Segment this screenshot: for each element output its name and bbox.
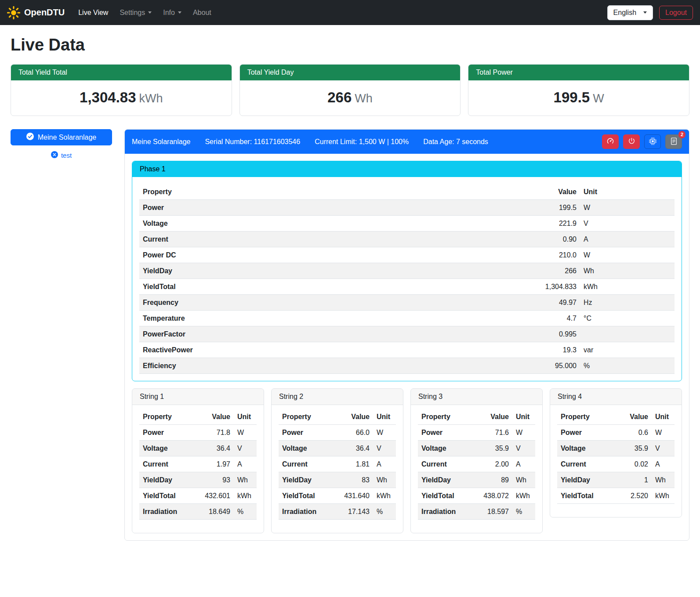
power-icon [628, 137, 635, 146]
table-row: Voltage 36.4 V [279, 441, 396, 456]
table-row: Current 1.81 A [279, 456, 396, 472]
table-row: Power 71.8 W [139, 425, 257, 441]
language-select[interactable]: English [607, 5, 653, 20]
string-body: Property Value Unit Power [411, 405, 542, 533]
table-row: Power 66.0 W [279, 425, 396, 441]
unit-cell: kWh [512, 488, 535, 504]
table-row: PowerFactor 0.995 [139, 326, 675, 342]
string-table: Property Value Unit Power [279, 409, 396, 520]
unit-cell: A [512, 456, 535, 472]
property-cell: YieldDay [139, 263, 523, 279]
device-info-button[interactable] [644, 134, 661, 149]
logout-button[interactable]: Logout [659, 6, 693, 20]
string-2-card: String 2 Property Value Unit [271, 388, 403, 533]
sidebar-item-meine-solaranlage[interactable]: Meine Solaranlage [11, 129, 112, 145]
unit-cell [580, 326, 675, 342]
sidebar-item-label: Meine Solaranlage [38, 134, 96, 141]
string-table: Property Value Unit Power [557, 409, 675, 504]
property-cell: Current [139, 232, 523, 247]
phase-table-head: Property Value Unit [139, 184, 675, 200]
unit-cell: A [234, 456, 257, 472]
unit-cell: % [580, 358, 675, 374]
value-cell: 0.995 [523, 326, 580, 342]
table-row: Irradiation 18.597 % [418, 504, 535, 520]
unit-cell: W [580, 247, 675, 263]
total-yield-day-value: 266 [327, 89, 352, 105]
table-row: YieldTotal 431.640 kWh [279, 488, 396, 504]
events-count-badge: 2 [678, 131, 685, 138]
unit-cell: Wh [652, 472, 675, 488]
property-column-header: Property [279, 409, 334, 425]
value-cell: 4.7 [523, 311, 580, 326]
unit-cell: Wh [234, 472, 257, 488]
content-row: Meine Solaranlage test Meine Solaranlage… [11, 129, 689, 541]
unit-cell: W [512, 425, 535, 441]
sidebar-item-test[interactable]: test [11, 151, 112, 159]
unit-column-header: Unit [234, 409, 257, 425]
table-row: Current 0.90 A [139, 232, 675, 247]
string-title: String 4 [550, 389, 682, 405]
nav-settings[interactable]: Settings [114, 5, 157, 20]
table-row: Power 71.6 W [418, 425, 535, 441]
value-cell: 0.90 [523, 232, 580, 247]
value-column-header: Value [523, 184, 580, 200]
property-cell: Voltage [139, 216, 523, 232]
nav-about[interactable]: About [187, 5, 217, 20]
table-row: Power 0.6 W [557, 425, 675, 441]
power-button[interactable] [623, 134, 640, 149]
nav-info-label: Info [163, 9, 175, 17]
sun-icon [7, 6, 20, 19]
brand[interactable]: OpenDTU [7, 6, 65, 19]
phase-table-body: Power 199.5 W Voltage 221.9 V [139, 200, 675, 374]
brand-label: OpenDTU [24, 7, 65, 18]
property-cell: YieldTotal [139, 279, 523, 295]
property-cell: YieldTotal [557, 488, 613, 504]
string-table-body: Power 71.8 W Voltage 36.4 V [139, 425, 257, 520]
table-header-row: Property Value Unit [139, 184, 675, 200]
phase-body: Property Value Unit Power [132, 177, 682, 381]
value-cell: 210.0 [523, 247, 580, 263]
value-cell: 89 [474, 472, 512, 488]
phase-table: Property Value Unit Power [139, 184, 675, 374]
table-row: Efficiency 95.000 % [139, 358, 675, 374]
table-row: YieldTotal 438.072 kWh [418, 488, 535, 504]
inverter-card-body: Phase 1 Property Value Unit [125, 154, 689, 540]
string-table: Property Value Unit Power [139, 409, 257, 520]
string-title: String 2 [272, 389, 403, 405]
property-cell: Irradiation [418, 504, 474, 520]
unit-cell: Hz [580, 295, 675, 311]
property-cell: Power [418, 425, 474, 441]
total-power-value: 199.5 [554, 89, 590, 105]
property-cell: Temperature [139, 311, 523, 326]
string-title: String 1 [132, 389, 264, 405]
string-3-card: String 3 Property Value Unit [410, 388, 543, 533]
value-cell: 431.640 [334, 488, 373, 504]
unit-cell: kWh [580, 279, 675, 295]
gauge-icon [606, 137, 614, 146]
nav-info[interactable]: Info [157, 5, 187, 20]
navbar: OpenDTU Live View Settings Info About En… [0, 0, 700, 25]
limit-settings-button[interactable] [602, 134, 619, 149]
value-column-header: Value [334, 409, 373, 425]
table-row: YieldDay 266 Wh [139, 263, 675, 279]
unit-cell: % [512, 504, 535, 520]
table-row: Current 0.02 A [557, 456, 675, 472]
property-cell: Current [418, 456, 474, 472]
event-log-button[interactable]: 2 [665, 134, 682, 149]
table-row: Voltage 35.9 V [557, 441, 675, 456]
unit-cell: V [373, 441, 396, 456]
phase-panel: Phase 1 Property Value Unit [132, 161, 682, 381]
value-cell: 2.520 [613, 488, 652, 504]
unit-cell: °C [580, 311, 675, 326]
page-title: Live Data [11, 36, 689, 54]
total-yield-day-card: Total Yield Day 266Wh [239, 64, 461, 116]
string-4-card: String 4 Property Value Unit [550, 388, 682, 517]
unit-cell: V [652, 441, 675, 456]
nav-live-view[interactable]: Live View [73, 5, 114, 20]
table-header-row: Property Value Unit [279, 409, 396, 425]
sidebar-item-label: test [61, 152, 72, 159]
strings-row: String 1 Property Value Unit [132, 388, 682, 533]
table-row: Irradiation 18.649 % [139, 504, 257, 520]
card-header: Total Yield Total [11, 65, 232, 80]
value-cell: 1.97 [195, 456, 234, 472]
